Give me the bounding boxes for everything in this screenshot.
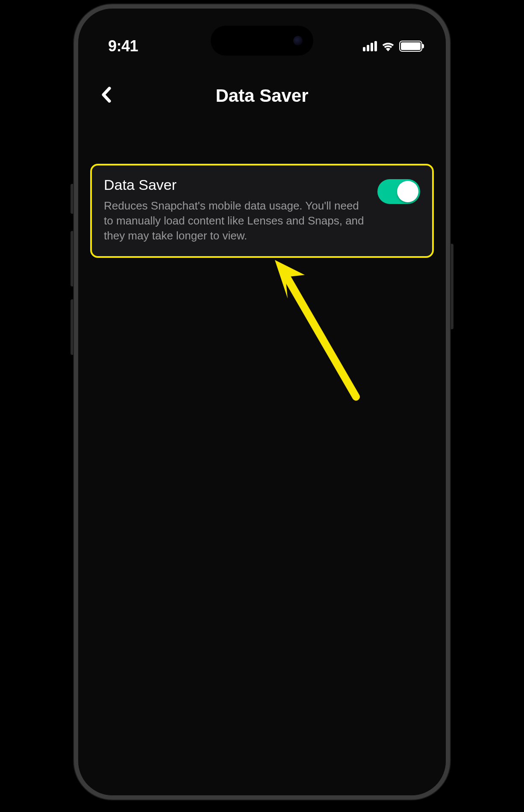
page-title: Data Saver [215,86,308,106]
status-time: 9:41 [108,37,138,55]
dynamic-island [211,26,313,56]
content-area: Data Saver Reduces Snapchat's mobile dat… [78,123,446,258]
annotation-arrow-icon [262,256,373,427]
toggle-knob [397,181,418,202]
status-icons [363,41,422,52]
nav-header: Data Saver [78,60,446,123]
back-button[interactable] [95,84,117,106]
setting-title: Data Saver [104,177,369,193]
phone-frame: 9:41 [74,4,450,800]
battery-icon [399,41,422,52]
front-camera-icon [293,36,303,45]
wifi-icon [381,41,395,51]
svg-line-0 [286,275,356,397]
data-saver-setting-row[interactable]: Data Saver Reduces Snapchat's mobile dat… [90,164,434,258]
chevron-left-icon [101,87,111,103]
cellular-signal-icon [363,41,377,51]
setting-description: Reduces Snapchat's mobile data usage. Yo… [104,198,369,243]
data-saver-toggle[interactable] [377,179,420,204]
screen: 9:41 [78,9,446,795]
